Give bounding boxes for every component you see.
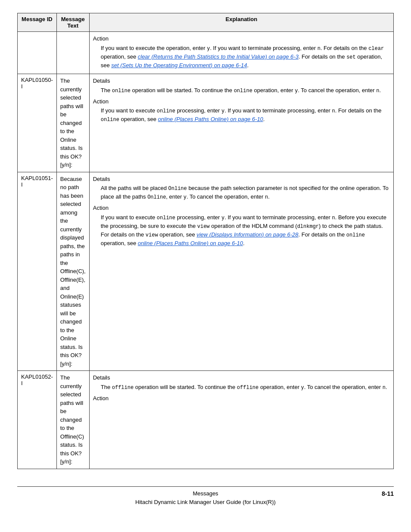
message-text: Because no path has been selected among … [60,176,86,367]
cell-explanation: Details All the paths will be placed Onl… [89,172,393,371]
cell-explanation: Details The offline operation will be st… [89,371,393,469]
section-label-action: Action [93,394,390,403]
message-text: The currently selected paths will be cha… [60,374,84,465]
table-row: KAPL01050-I The currently selected paths… [18,74,394,172]
explanation-details: The online operation will be started. To… [101,86,390,95]
section-label-details: Details [93,77,390,85]
cell-msgid: KAPL01050-I [18,74,57,172]
cell-msgtext: The currently selected paths will be cha… [56,74,89,172]
header-message-text: Message Text [56,13,89,32]
explanation-details: All the paths will be placed Online beca… [101,184,390,201]
message-text: The currently selected paths will be cha… [60,78,83,168]
link-online-6-10-b[interactable]: online (Places Paths Online) on page 6-1… [138,240,243,246]
message-id: KAPL01051-I [21,175,53,188]
cell-msgid: KAPL01051-I [18,172,57,371]
link-view-6-28[interactable]: view (Displays Information) on page 6-28 [196,231,298,238]
cell-explanation: Details The online operation will be sta… [89,74,393,172]
message-id: KAPL01050-I [21,77,53,90]
link-set[interactable]: set (Sets Up the Operating Environment) … [111,62,247,68]
footer-messages-label: Messages [193,490,218,497]
header-message-id: Message ID [18,13,57,32]
cell-msgtext: Because no path has been selected among … [56,172,89,371]
footer-center: Messages [193,490,218,497]
footer-page-number: 8-11 [382,490,394,497]
table-row: KAPL01051-I Because no path has been sel… [18,172,394,371]
message-id: KAPL01052-I [21,373,53,386]
explanation-action: If you want to execute online processing… [101,106,390,124]
explanation-content: If you want to execute the operation, en… [101,44,390,70]
cell-msgid [18,32,57,74]
footer: Messages 8-11 [17,486,394,497]
section-label: Action [93,34,390,43]
section-label-action: Action [93,97,390,106]
explanation-action: If you want to execute online processing… [101,213,390,248]
cell-msgtext [56,32,89,74]
link-online-6-10[interactable]: online (Places Paths Online) on page 6-1… [158,116,263,122]
header-explanation: Explanation [89,13,393,32]
cell-msgtext: The currently selected paths will be cha… [56,371,89,469]
section-label-details: Details [93,175,390,184]
cell-msgid: KAPL01052-I [18,371,57,469]
link-clear[interactable]: clear (Returns the Path Statistics to th… [138,53,299,60]
table-row: KAPL01052-I The currently selected paths… [18,371,394,469]
cell-explanation: Action If you want to execute the operat… [89,32,393,74]
section-label-details: Details [93,373,390,382]
explanation-details: The offline operation will be started. T… [101,383,390,392]
main-table: Message ID Message Text Explanation Acti… [17,13,394,469]
table-row: Action If you want to execute the operat… [18,32,394,74]
footer-document-title: Hitachi Dynamic Link Manager User Guide … [17,499,394,505]
section-label-action: Action [93,204,390,212]
